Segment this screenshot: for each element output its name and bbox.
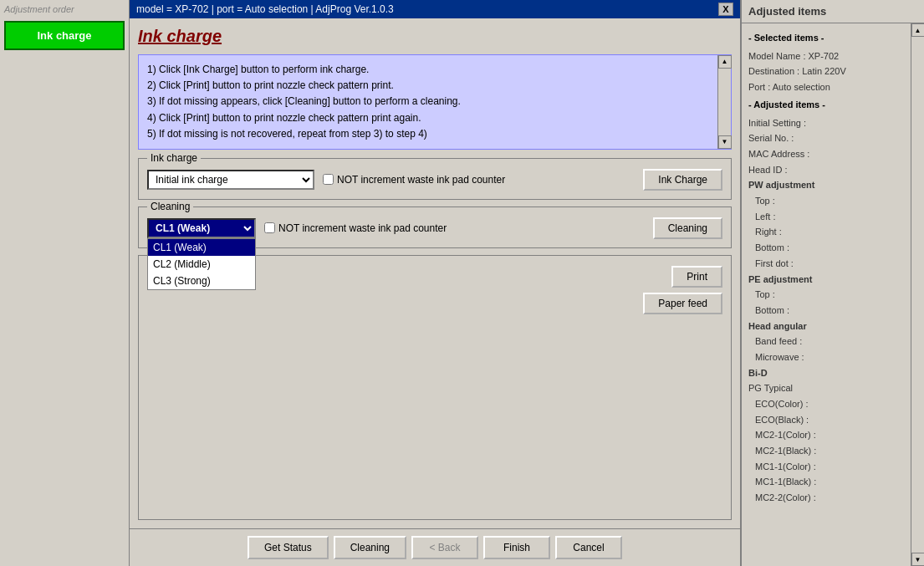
eco-color: ECO(Color) : (748, 396, 904, 412)
bottom-toolbar: Get Status Cleaning < Back Finish Cancel (130, 528, 740, 566)
cleaning-dropdown-open: CL1 (Weak) CL2 (Middle) CL3 (Strong) (147, 238, 256, 290)
mac-address: MAC Address : (748, 146, 904, 162)
instruction-line-3: 3) If dot missing appears, click [Cleani… (147, 94, 706, 110)
scroll-up-btn[interactable]: ▲ (718, 55, 732, 69)
right-scroll-up[interactable]: ▲ (911, 23, 925, 37)
port: Port : Auto selection (748, 79, 904, 95)
mc1-1-black: MC1-1(Black) : (748, 474, 904, 490)
cleaning-select[interactable]: CL1 (Weak) CL2 (Middle) CL3 (Strong) (147, 218, 256, 238)
scroll-down-btn[interactable]: ▼ (718, 135, 732, 149)
close-button[interactable]: X (718, 3, 733, 16)
ink-charge-checkbox-label[interactable]: NOT increment waste ink pad counter (323, 174, 505, 186)
title-bar: model = XP-702 | port = Auto selection |… (130, 0, 740, 18)
ink-charge-row: Initial ink charge Ink charge (Weak) Ink… (147, 169, 722, 191)
right-panel-inner: - Selected items - Model Name : XP-702 D… (742, 23, 924, 566)
pw-adjustment: PW adjustment (748, 177, 904, 193)
ink-charge-checkbox[interactable] (323, 174, 334, 185)
right-panel-title: Adjusted items (742, 0, 924, 23)
pw-left: Left : (748, 209, 904, 225)
instructions-box: 1) Click [Ink Charge] button to perform … (138, 54, 732, 150)
head-angular: Head angular (748, 319, 904, 334)
get-status-button[interactable]: Get Status (248, 536, 329, 559)
right-panel-content: - Selected items - Model Name : XP-702 D… (742, 23, 911, 566)
cleaning-label: Cleaning (147, 201, 193, 212)
dropdown-item-cl2[interactable]: CL2 (Middle) (148, 256, 255, 273)
cancel-button[interactable]: Cancel (555, 536, 622, 559)
adjusted-items-header: - Adjusted items - (748, 97, 904, 114)
head-id: Head ID : (748, 162, 904, 178)
print-button[interactable]: Print (671, 266, 722, 288)
mc2-1-color: MC2-1(Color) : (748, 427, 904, 443)
microwave: Microwave : (748, 349, 904, 365)
band-feed: Band feed : (748, 334, 904, 349)
pe-adjustment: PE adjustment (748, 272, 904, 288)
cleaning-row: CL1 (Weak) CL2 (Middle) CL3 (Strong) CL1… (147, 217, 722, 239)
cleaning-section: Cleaning CL1 (Weak) CL2 (Middle) CL3 (St… (138, 207, 732, 248)
model-name: Model Name : XP-702 (748, 48, 904, 64)
nozzle-check-section: Nozzle check print Print Paper feed (138, 255, 732, 520)
pw-top: Top : (748, 193, 904, 209)
title-bar-text: model = XP-702 | port = Auto selection |… (136, 3, 394, 15)
ink-charge-select[interactable]: Initial ink charge Ink charge (Weak) Ink… (147, 170, 314, 190)
mc2-2-color: MC2-2(Color) : (748, 490, 904, 506)
ink-charge-sidebar-button[interactable]: Ink charge (4, 21, 125, 50)
cleaning-button[interactable]: Cleaning (653, 217, 722, 239)
initial-setting: Initial Setting : (748, 115, 904, 131)
page-title: Ink charge (138, 27, 732, 46)
destination: Destination : Latin 220V (748, 64, 904, 79)
eco-black: ECO(Black) : (748, 412, 904, 428)
main-content: Ink charge 1) Click [Ink Charge] button … (130, 18, 740, 528)
dropdown-item-cl3[interactable]: CL3 (Strong) (148, 273, 255, 289)
instruction-line-5: 5) If dot missing is not recovered, repe… (147, 126, 706, 142)
mc1-1-color: MC1-1(Color) : (748, 459, 904, 475)
ink-charge-section: Ink charge Initial ink charge Ink charge… (138, 158, 732, 200)
mc2-1-black: MC2-1(Black) : (748, 443, 904, 459)
right-panel: Adjusted items - Selected items - Model … (740, 0, 924, 566)
cleaning-checkbox[interactable] (264, 222, 275, 233)
instruction-line-2: 2) Click [Print] button to print nozzle … (147, 78, 706, 94)
pg-typical: PG Typical (748, 380, 904, 396)
pe-bottom: Bottom : (748, 303, 904, 319)
right-scroll-down[interactable]: ▼ (911, 553, 925, 566)
cleaning-toolbar-button[interactable]: Cleaning (334, 536, 406, 559)
pw-bottom: Bottom : (748, 240, 904, 256)
bi-d: Bi-D (748, 365, 904, 381)
ink-charge-button[interactable]: Ink Charge (643, 169, 722, 191)
cleaning-checkbox-text: NOT increment waste ink pad counter (278, 222, 447, 234)
instruction-line-4: 4) Click [Print] button to print nozzle … (147, 110, 706, 126)
pw-right: Right : (748, 224, 904, 240)
back-button[interactable]: < Back (411, 536, 478, 559)
finish-button[interactable]: Finish (483, 536, 550, 559)
right-scrollbar[interactable]: ▲ ▼ (911, 23, 924, 566)
cleaning-checkbox-label[interactable]: NOT increment waste ink pad counter (264, 222, 447, 234)
dropdown-item-cl1[interactable]: CL1 (Weak) (148, 239, 255, 256)
ink-charge-label: Ink charge (147, 152, 201, 164)
instruction-line-1: 1) Click [Ink Charge] button to perform … (147, 62, 706, 78)
adjustment-order-title: Adjustment order (4, 4, 125, 14)
pw-first-dot: First dot : (748, 256, 904, 272)
ink-charge-checkbox-text: NOT increment waste ink pad counter (337, 174, 505, 186)
selected-items-header: - Selected items - (748, 30, 904, 47)
main-window: model = XP-702 | port = Auto selection |… (130, 0, 740, 566)
cleaning-dropdown-wrapper: CL1 (Weak) CL2 (Middle) CL3 (Strong) CL1… (147, 218, 256, 238)
instructions-scrollbar[interactable]: ▲ ▼ (717, 55, 731, 149)
pe-top: Top : (748, 287, 904, 303)
left-sidebar: Adjustment order Ink charge (0, 0, 130, 566)
serial-no: Serial No. : (748, 130, 904, 146)
paper-feed-button[interactable]: Paper feed (643, 293, 722, 314)
